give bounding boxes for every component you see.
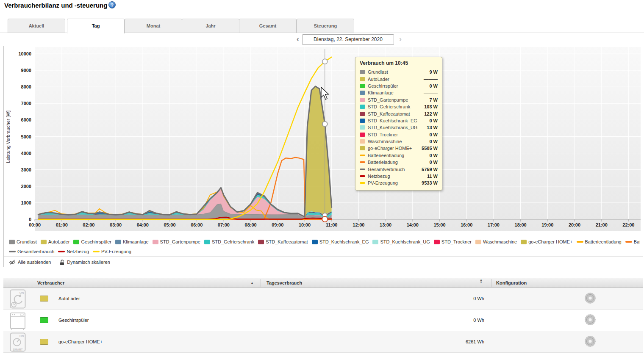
svg-text:20:00: 20:00 bbox=[569, 222, 580, 227]
tooltip-series-value: 0 W bbox=[429, 132, 438, 137]
tooltip-series-name: STD_Gartenpumpe bbox=[368, 97, 408, 102]
svg-text:01:00: 01:00 bbox=[56, 222, 68, 227]
tab-gesamt[interactable]: Gesamt bbox=[239, 19, 297, 33]
column-header-tagesverbrauch[interactable]: Tagesverbrauch bbox=[266, 278, 302, 288]
legend-item-go-echarger-home[interactable]: go-eCharger HOME+ bbox=[521, 239, 572, 244]
tab-tag[interactable]: Tag bbox=[67, 19, 125, 33]
tab-monat[interactable]: Monat bbox=[125, 19, 182, 33]
legend-label: Waschmaschine bbox=[483, 239, 517, 244]
tooltip-swatch bbox=[360, 119, 365, 123]
tooltip-series-value: 0 W bbox=[429, 139, 438, 144]
svg-text:8000: 8000 bbox=[21, 84, 31, 89]
legend-item-grundlast[interactable]: Grundlast bbox=[9, 239, 37, 244]
tab-steuerung[interactable]: Steuerung bbox=[297, 19, 354, 33]
tooltip-series-name: Grundlast bbox=[368, 69, 388, 75]
legend-item-std-kuehlschrank-ug[interactable]: STD_Kuehlschrank_UG bbox=[372, 239, 430, 244]
daily-consumption-value: 0 Wh bbox=[266, 288, 484, 309]
legend-swatch bbox=[115, 240, 121, 244]
control-alle-ausblenden[interactable]: Alle ausblenden bbox=[9, 260, 51, 265]
tooltip-swatch bbox=[360, 77, 365, 81]
legend-item-std-kaffeeautomat[interactable]: STD_Kaffeeautomat bbox=[258, 239, 308, 244]
tooltip-series-name: Netzbezug bbox=[368, 174, 390, 179]
help-icon[interactable]: ? bbox=[108, 1, 116, 8]
legend-label: Grundlast bbox=[17, 239, 37, 244]
legend-item-klimaanlage[interactable]: Klimaanlage bbox=[115, 239, 149, 244]
header-separator bbox=[491, 279, 491, 287]
legend-item-gesamtverbrauch[interactable]: Gesamtverbrauch bbox=[9, 249, 54, 254]
svg-text:2000: 2000 bbox=[21, 184, 31, 189]
svg-text:06:00: 06:00 bbox=[191, 222, 203, 227]
tooltip-row-go-echarger-home: go-eCharger HOME+5505 W bbox=[360, 145, 438, 152]
legend-item-std-gartenpumpe[interactable]: STD_Gartenpumpe bbox=[153, 239, 200, 244]
svg-text:1000: 1000 bbox=[21, 200, 31, 205]
svg-text:19:00: 19:00 bbox=[541, 222, 553, 227]
tooltip-row-std-gartenpumpe: STD_Gartenpumpe7 W bbox=[360, 97, 438, 103]
sort-asc-icon[interactable]: ▲ bbox=[250, 278, 254, 288]
legend-item-geschirrsp-ler[interactable]: Geschirrspüler bbox=[73, 239, 111, 244]
svg-text:15:00: 15:00 bbox=[433, 222, 445, 227]
tooltip-swatch bbox=[360, 125, 365, 130]
timer-switch-icon[interactable]: ON bbox=[10, 289, 26, 310]
svg-text:ON: ON bbox=[19, 335, 24, 337]
consumer-color-swatch bbox=[40, 296, 48, 301]
gear-icon[interactable] bbox=[584, 314, 596, 326]
tooltip-series-name: go-eCharger HOME+ bbox=[368, 146, 412, 151]
legend-item-pv-erzeugung[interactable]: PV-Erzeugung bbox=[93, 249, 131, 254]
legend-swatch bbox=[9, 251, 16, 252]
svg-text:0: 0 bbox=[29, 217, 31, 222]
legend-swatch bbox=[625, 241, 632, 243]
table-header: Verbraucher▲Tagesverbrauch▲▼Konfiguratio… bbox=[3, 278, 643, 288]
hover-marker bbox=[322, 59, 328, 64]
consumption-chart[interactable]: 0100020003000400050006000700080009000100… bbox=[4, 46, 643, 234]
legend-item-std-gefrierschrank[interactable]: STD_Gefrierschrank bbox=[204, 239, 254, 244]
legend-item-std-kuehlschrank-eg[interactable]: STD_Kuehlschrank_EG bbox=[312, 239, 369, 244]
tooltip-series-value: 103 W bbox=[424, 104, 438, 109]
page-title: Verbraucherbilanz und -steuerung bbox=[4, 2, 107, 9]
legend-item-std-trockner[interactable]: STD_Trockner bbox=[434, 239, 472, 244]
tooltip-series-value: ——— bbox=[424, 77, 438, 82]
sort-both-icon[interactable]: ▲▼ bbox=[480, 279, 483, 284]
svg-text:03:00: 03:00 bbox=[110, 222, 122, 227]
tab-jahr[interactable]: Jahr bbox=[182, 19, 239, 33]
dishwasher-icon[interactable] bbox=[10, 311, 26, 331]
tooltip-series-value: 0 W bbox=[429, 118, 438, 123]
tooltip-row-grundlast: Grundlast9 W bbox=[360, 69, 438, 75]
legend-item-netzbezug[interactable]: Netzbezug bbox=[58, 249, 89, 254]
svg-text:SMART: SMART bbox=[13, 348, 22, 351]
tooltip-series-value: 0 W bbox=[429, 160, 438, 165]
prev-day-button[interactable]: ‹ bbox=[294, 34, 302, 44]
timer-switch-smart-icon[interactable]: ONSMART bbox=[10, 332, 26, 353]
svg-text:17:00: 17:00 bbox=[488, 222, 500, 227]
gear-icon[interactable] bbox=[584, 335, 596, 348]
date-display[interactable]: Dienstag, 22. September 2020 bbox=[302, 34, 394, 45]
header-separator bbox=[261, 279, 261, 287]
legend-label: PV-Erzeugung bbox=[101, 249, 131, 254]
tab-aktuell[interactable]: Aktuell bbox=[8, 19, 65, 33]
legend-item-batterieladung[interactable]: Batterieladung bbox=[625, 239, 640, 244]
tooltip-series-value: 5759 W bbox=[422, 167, 438, 172]
svg-text:10:00: 10:00 bbox=[299, 222, 311, 227]
tooltip-swatch bbox=[360, 98, 365, 102]
svg-text:05:00: 05:00 bbox=[164, 222, 175, 227]
tooltip-row-std-kaffeeautomat: STD_Kaffeeautomat122 W bbox=[360, 110, 438, 117]
tooltip-series-value: 122 W bbox=[424, 111, 438, 116]
legend-item-batterieentladung[interactable]: Batterieentladung bbox=[577, 239, 622, 244]
tooltip-series-name: Batterieentladung bbox=[368, 153, 404, 158]
tooltip-row-pv-erzeugung: PV-Erzeugung9533 W bbox=[360, 180, 438, 186]
legend-swatch bbox=[312, 240, 318, 244]
legend-item-autolader[interactable]: AutoLader bbox=[41, 239, 70, 244]
legend-swatch bbox=[73, 240, 79, 244]
control-dynamisch-skalieren[interactable]: Dynamisch skalieren bbox=[59, 259, 110, 266]
next-day-button[interactable]: › bbox=[397, 34, 404, 44]
svg-text:16:00: 16:00 bbox=[461, 222, 472, 227]
tooltip-series-value: 0 W bbox=[429, 83, 438, 88]
gear-icon[interactable] bbox=[584, 292, 596, 305]
legend-item-waschmaschine[interactable]: Waschmaschine bbox=[475, 239, 517, 244]
svg-text:18:00: 18:00 bbox=[515, 222, 527, 227]
legend-label: STD_Kuehlschrank_EG bbox=[319, 239, 369, 244]
table-row-go-echarger-home: ONSMARTgo-eCharger HOME+6261 Wh bbox=[3, 331, 643, 353]
svg-text:7000: 7000 bbox=[21, 101, 31, 106]
consumers-table: Verbraucher▲Tagesverbrauch▲▼Konfiguratio… bbox=[3, 278, 643, 353]
tooltip-series-value: 5505 W bbox=[422, 146, 438, 151]
column-header-verbraucher[interactable]: Verbraucher bbox=[37, 278, 64, 288]
